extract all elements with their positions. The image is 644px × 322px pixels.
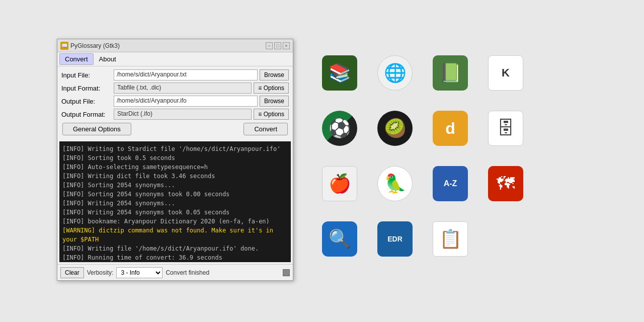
- log-line: [INFO] Sorting 2054 synonyms...: [62, 181, 288, 190]
- form-area: Input File: /home/s/dict/Aryanpour.txt B…: [57, 66, 293, 141]
- menu-convert[interactable]: Convert: [59, 53, 94, 65]
- globe-browser[interactable]: 🌐: [377, 55, 413, 91]
- apple-dict[interactable]: 🍎: [322, 166, 357, 201]
- log-line: [INFO] Sorting took 0.5 seconds: [62, 153, 288, 163]
- title-bar-controls: − □ ×: [266, 42, 290, 49]
- title-bar-left: 📖 PyGlossary (Gtk3): [60, 42, 120, 50]
- ball-app[interactable]: ⚽: [322, 111, 357, 146]
- output-format-row: Output Format: StarDict (.ifo) ≡ Options: [61, 109, 289, 120]
- window-title: PyGlossary (Gtk3): [70, 42, 120, 49]
- input-format-row: Input Format: Tabfile (.txt, .dic) ≡ Opt…: [61, 83, 289, 94]
- status-text: Convert finished: [166, 269, 280, 276]
- input-file-label: Input File:: [61, 71, 112, 79]
- verbosity-select[interactable]: 0 - Critical1 - Error2 - Warning3 - Info…: [116, 267, 163, 278]
- output-format-label: Output Format:: [61, 111, 112, 118]
- log-line: [INFO] Writing 2054 synonyms...: [62, 199, 288, 208]
- output-file-row: Output File: /home/s/dict/Aryanpour.ifo …: [61, 96, 289, 107]
- atoz-dict[interactable]: A-Z: [433, 166, 468, 201]
- log-area[interactable]: [INFO] Writing to Stardict file '/home/s…: [59, 141, 291, 262]
- verbosity-label: Verbosity:: [87, 269, 114, 276]
- menu-bar: Convert About: [57, 52, 293, 66]
- input-format-value[interactable]: Tabfile (.txt, .dic): [114, 83, 252, 94]
- log-line: [INFO] Sorting 2054 synonyms took 0.00 s…: [62, 190, 288, 199]
- minimize-button[interactable]: −: [266, 42, 273, 49]
- input-format-label: Input Format:: [61, 85, 112, 92]
- epub-reader[interactable]: 📗: [433, 55, 468, 91]
- parrot-app[interactable]: 🦜: [377, 166, 413, 201]
- log-line: [INFO] Writing 2054 synonyms took 0.05 s…: [62, 208, 288, 217]
- clear-button[interactable]: Clear: [60, 267, 84, 278]
- app-icon: 📖: [60, 42, 68, 50]
- dash-app[interactable]: d: [433, 111, 468, 146]
- app-icons-grid: 📚🌐📗K⚽🥝d🗄🍎🦜A-Z🗺🔍EDR📋: [322, 55, 533, 267]
- csv-app[interactable]: 📋: [433, 221, 468, 257]
- action-row: General Options Convert: [61, 123, 289, 135]
- output-file-value[interactable]: /home/s/dict/Aryanpour.ifo: [114, 96, 258, 107]
- sql-app[interactable]: 🗄: [488, 111, 523, 146]
- log-line: [INFO] Writing dict file took 3.46 secon…: [62, 172, 288, 181]
- browse-output-button[interactable]: Browse: [260, 96, 289, 107]
- input-file-row: Input File: /home/s/dict/Aryanpour.txt B…: [61, 69, 289, 80]
- kobo-app[interactable]: K: [488, 55, 523, 91]
- log-line: [INFO] Writing file '/home/s/dict/Aryanp…: [62, 244, 288, 253]
- log-line: [WARNING] dictzip command was not found.…: [62, 226, 288, 244]
- 1star-dict[interactable]: 📚: [322, 55, 357, 91]
- search-app[interactable]: 🔍: [322, 221, 357, 257]
- kiwi-app[interactable]: 🥝: [377, 111, 413, 146]
- general-options-button[interactable]: General Options: [62, 123, 131, 135]
- menu-about[interactable]: About: [94, 53, 122, 65]
- input-options-button[interactable]: ≡ Options: [254, 83, 289, 94]
- convert-button[interactable]: Convert: [244, 123, 288, 135]
- output-format-value[interactable]: StarDict (.ifo): [114, 109, 252, 120]
- browse-input-button[interactable]: Browse: [260, 69, 289, 80]
- redmap-app[interactable]: 🗺: [488, 166, 523, 201]
- input-file-value[interactable]: /home/s/dict/Aryanpour.txt: [114, 69, 258, 80]
- title-bar: 📖 PyGlossary (Gtk3) − □ ×: [57, 39, 293, 52]
- log-line: [INFO] Writing to Stardict file '/home/s…: [62, 144, 288, 153]
- status-icon: [283, 269, 290, 276]
- close-button[interactable]: ×: [283, 42, 290, 49]
- main-window: 📖 PyGlossary (Gtk3) − □ × Convert About …: [57, 39, 293, 281]
- status-bar: Clear Verbosity: 0 - Critical1 - Error2 …: [57, 264, 293, 280]
- log-line: [INFO] Auto-selecting sametypesequence=h: [62, 163, 288, 172]
- output-file-label: Output File:: [61, 98, 112, 105]
- log-line: [INFO] bookname: Aryanpour Dictionary 20…: [62, 217, 288, 226]
- log-line: [INFO] Running time of convert: 36.9 sec…: [62, 253, 288, 262]
- output-options-button[interactable]: ≡ Options: [254, 109, 289, 120]
- edr-app[interactable]: EDR: [377, 221, 413, 257]
- maximize-button[interactable]: □: [274, 42, 281, 49]
